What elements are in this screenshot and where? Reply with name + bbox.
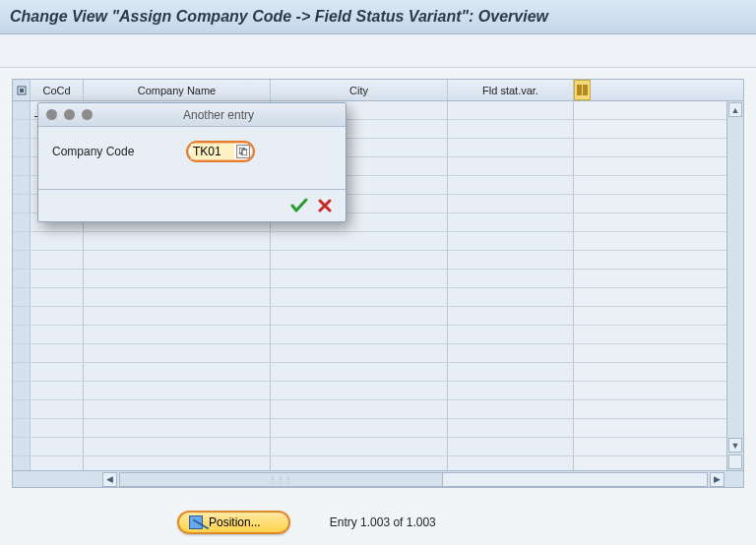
another-entry-dialog: Another entry Company Code <box>37 102 346 222</box>
row-selector[interactable] <box>13 101 31 119</box>
table-row[interactable] <box>13 400 743 419</box>
horizontal-scrollbar[interactable]: ◀ ⋮⋮⋮ ▶ <box>13 470 743 487</box>
scroll-down-icon[interactable]: ▼ <box>728 438 742 453</box>
page-title: Change View "Assign Company Code -> Fiel… <box>0 0 756 34</box>
table-row[interactable] <box>13 344 743 363</box>
svg-rect-1 <box>20 89 24 92</box>
company-code-input-wrap <box>186 141 255 162</box>
minimize-icon[interactable] <box>64 109 75 120</box>
svg-rect-3 <box>583 85 588 95</box>
column-header-company-name[interactable]: Company Name <box>84 80 271 100</box>
dialog-titlebar[interactable]: Another entry <box>38 103 346 127</box>
search-help-icon[interactable] <box>236 145 250 158</box>
column-header-fsv[interactable]: Fld stat.var. <box>448 80 574 100</box>
toolbar-area <box>0 34 756 68</box>
vertical-scrollbar[interactable]: ▲ ▼ <box>726 101 743 470</box>
table-row[interactable] <box>13 438 743 456</box>
scroll-right-icon[interactable]: ▶ <box>710 472 724 487</box>
close-icon[interactable] <box>46 109 57 120</box>
table-header: CoCd Company Name City Fld stat.var. <box>13 80 743 101</box>
column-header-cocd[interactable]: CoCd <box>31 80 84 100</box>
table-config-icon[interactable] <box>574 80 591 100</box>
select-all-column[interactable] <box>13 80 31 100</box>
svg-rect-5 <box>242 150 247 155</box>
table-row[interactable] <box>13 270 743 288</box>
column-header-city[interactable]: City <box>271 80 448 100</box>
zoom-icon[interactable] <box>82 109 93 120</box>
position-icon <box>189 515 203 529</box>
company-code-input[interactable] <box>191 144 234 159</box>
cancel-icon[interactable] <box>318 199 332 212</box>
table-row[interactable] <box>13 363 743 382</box>
table-row[interactable] <box>13 251 743 270</box>
scroll-thumb[interactable]: ⋮⋮⋮ <box>120 473 443 486</box>
table-row[interactable] <box>13 288 743 307</box>
table-row[interactable] <box>13 382 743 400</box>
position-button[interactable]: Position... <box>177 511 290 534</box>
confirm-icon[interactable] <box>290 198 308 213</box>
table-row[interactable] <box>13 307 743 326</box>
company-code-label: Company Code <box>52 145 170 158</box>
table-row[interactable] <box>13 456 743 470</box>
table-row[interactable] <box>13 419 743 438</box>
entry-counter: Entry 1.003 of 1.003 <box>330 515 436 529</box>
dialog-title: Another entry <box>99 108 338 122</box>
scroll-up-icon[interactable]: ▲ <box>728 102 742 117</box>
company-code-field-row: Company Code <box>52 141 332 162</box>
svg-rect-2 <box>577 85 582 95</box>
table-row[interactable] <box>13 326 743 344</box>
cell-fsv <box>448 101 574 119</box>
table-row[interactable] <box>13 232 743 251</box>
footer-bar: Position... Entry 1.003 of 1.003 <box>0 500 756 545</box>
scroll-corner <box>728 454 742 469</box>
position-label: Position... <box>209 515 261 529</box>
scroll-left-icon[interactable]: ◀ <box>102 472 117 487</box>
scroll-track[interactable]: ⋮⋮⋮ <box>119 472 708 487</box>
